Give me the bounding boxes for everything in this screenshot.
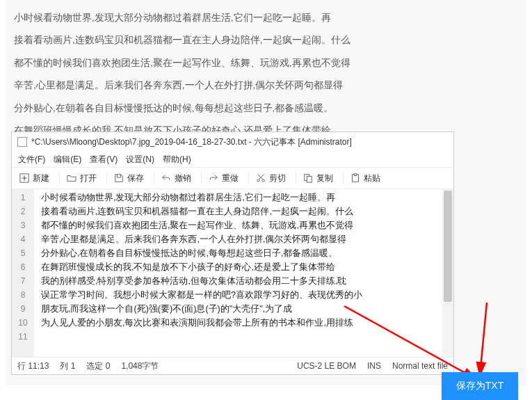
text-line: 为人见人爱的小朋友,每次比赛和表演期间我都会带上所有的书本和作业,用排练 xyxy=(41,316,440,330)
svg-rect-6 xyxy=(354,174,357,176)
redo-button[interactable]: 重做 xyxy=(205,170,245,186)
bg-line: 辛苦,心里都是满足。后来我们各奔东西,一个人在外打拼,偶尔关怀两句都显得 xyxy=(14,74,518,97)
bg-line: 分外贴心,在朝着各自目标慢慢抵达的时候,每每想起这些日子,都备感温暖。 xyxy=(14,97,518,120)
svg-rect-4 xyxy=(307,176,312,182)
save-button[interactable]: 保存 xyxy=(111,170,150,186)
gutter-num: 11 xyxy=(12,330,34,344)
editor-area: 1 2 3 4 5 6 7 8 9 10 11 小时候看动物世界,发现大部分动物… xyxy=(12,189,453,358)
separator xyxy=(248,172,249,184)
open-button[interactable]: 打开 xyxy=(63,170,103,186)
undo-icon xyxy=(161,173,171,183)
save-as-txt-button[interactable]: 保存为TXT xyxy=(442,372,518,400)
btn-label: 重做 xyxy=(222,173,239,184)
statusbar: 行 11:13 列 1 选定 0 1,048字节 UCS-2 LE BOM IN… xyxy=(12,358,453,374)
new-button[interactable]: 新建 xyxy=(16,170,56,186)
text-line: 误正常学习时间。我想小时候大家都是一样的吧?喜欢跟学习好的、表现优秀的小 xyxy=(41,288,440,302)
bg-line: 接着看动画片,连数码宝贝和机器猫都一直在主人身边陪伴,一起疯一起闹。什么 xyxy=(14,29,518,51)
paste-button[interactable]: 粘贴 xyxy=(347,170,387,186)
menu-file[interactable]: 文件(F) xyxy=(16,154,47,166)
vertical-scrollbar[interactable] xyxy=(442,189,453,357)
status-enc: UCS-2 LE BOM xyxy=(297,361,356,371)
text-line: 在舞蹈班慢慢成长的我,不知是放不下小孩子的好奇心,还是爱上了集体带给 xyxy=(41,260,440,274)
btn-label: 剪切 xyxy=(269,173,286,184)
app-icon xyxy=(17,137,27,147)
separator xyxy=(201,172,202,184)
gutter-num: 2 xyxy=(12,205,34,218)
text-line: 小时候看动物世界,发现大部分动物都过着群居生活,它们一起吃一起睡。再 xyxy=(41,191,440,205)
separator xyxy=(59,172,60,184)
svg-point-1 xyxy=(257,179,260,182)
gutter-num: 5 xyxy=(12,246,34,260)
btn-label: 新建 xyxy=(33,173,49,184)
folder-icon xyxy=(67,173,76,183)
btn-label: 保存为TXT xyxy=(456,380,503,392)
menu-view[interactable]: 查看(V) xyxy=(88,154,120,166)
text-line: 朋友玩,而我这样一个自(死)强(要)不(面)息(子)的"大壳仔",为了成 xyxy=(41,302,440,316)
plus-icon xyxy=(19,173,29,183)
text-line: 我的别样感受,特别享受参加各种活动,但每次集体活动都会用二十多天排练,耽 xyxy=(41,274,440,288)
gutter-num: 9 xyxy=(12,302,34,316)
btn-label: 撤销 xyxy=(175,173,191,184)
btn-label: 保存 xyxy=(127,173,144,184)
save-icon xyxy=(114,173,124,183)
background-text: 小时候看动物世界,发现大部分动物都过着群居生活,它们一起吃一起睡。再 接着看动画… xyxy=(14,7,518,142)
menu-settings[interactable]: 设置(N) xyxy=(124,154,156,166)
bg-line: 都不懂的时候我们喜欢抱团生活,聚在一起写作业、练舞、玩游戏,再累也不觉得 xyxy=(14,52,518,74)
separator xyxy=(154,172,154,184)
gutter-num: 1 xyxy=(12,191,34,205)
status-line: 行 11:13 xyxy=(17,360,49,372)
gutter-num: 10 xyxy=(12,316,34,330)
undo-button[interactable]: 撤销 xyxy=(158,170,198,186)
minimize-icon[interactable] xyxy=(423,138,430,145)
text-line: 接着看动画片,连数码宝贝和机器猫都一直在主人身边陪伴,一起疯一起闹。什么 xyxy=(41,205,440,218)
line-gutter: 1 2 3 4 5 6 7 8 9 10 11 xyxy=(12,189,34,357)
maximize-icon[interactable] xyxy=(432,138,439,145)
cut-icon xyxy=(256,173,266,183)
toolbar: 新建 打开 保存 撤销 重做 剪切 复制 粘贴 xyxy=(12,167,453,189)
separator xyxy=(343,172,344,184)
separator xyxy=(296,172,296,184)
menu-edit[interactable]: 编辑(E) xyxy=(51,154,83,166)
redo-icon xyxy=(209,173,218,183)
text-line: 辛苦,心里都是满足。后来我们各奔东西,一个人在外打拼,偶尔关怀两句都显得 xyxy=(41,232,440,246)
titlebar[interactable]: *C:\Users\Mloong\Desktop\7.jpg_2019-04-1… xyxy=(12,132,453,152)
svg-point-2 xyxy=(262,179,265,182)
menu-help[interactable]: 帮助(H) xyxy=(161,154,193,166)
cut-button[interactable]: 剪切 xyxy=(252,170,292,186)
text-content[interactable]: 小时候看动物世界,发现大部分动物都过着群居生活,它们一起吃一起睡。再 接着看动画… xyxy=(34,189,442,357)
btn-label: 粘贴 xyxy=(364,173,380,184)
separator xyxy=(106,172,107,184)
btn-label: 打开 xyxy=(80,173,97,184)
gutter-num: 8 xyxy=(12,288,34,302)
gutter-num: 7 xyxy=(12,274,34,288)
close-icon[interactable] xyxy=(441,138,448,145)
gutter-num: 3 xyxy=(12,218,34,232)
paste-icon xyxy=(350,173,360,183)
bg-line: 小时候看动物世界,发现大部分动物都过着群居生活,它们一起吃一起睡。再 xyxy=(14,7,518,29)
scroll-thumb[interactable] xyxy=(444,191,452,302)
copy-button[interactable]: 复制 xyxy=(300,170,339,186)
gutter-num: 6 xyxy=(12,260,34,274)
text-line: 都不懂的时候我们喜欢抱团生活,聚在一起写作业、练舞、玩游戏,再累也不觉得 xyxy=(41,218,440,232)
status-mode: Normal text file xyxy=(392,361,448,371)
copy-icon xyxy=(303,173,313,183)
status-ins: INS xyxy=(367,361,381,371)
btn-label: 复制 xyxy=(316,173,333,184)
gutter-num: 4 xyxy=(12,232,34,246)
status-bytes: 1,048字节 xyxy=(121,360,159,372)
notepad-window: *C:\Users\Mloong\Desktop\7.jpg_2019-04-1… xyxy=(11,131,454,375)
status-col: 列 1 xyxy=(60,360,75,372)
status-sel: 选定 0 xyxy=(86,360,110,372)
window-title: *C:\Users\Mloong\Desktop\7.jpg_2019-04-1… xyxy=(31,136,421,148)
menubar: 文件(F) 编辑(E) 查看(V) 设置(N) 帮助(H) xyxy=(12,152,453,167)
text-line: 分外贴心,在朝着各自目标慢慢抵达的时候,每每想起这些日子,都备感温暖。 xyxy=(41,246,440,260)
